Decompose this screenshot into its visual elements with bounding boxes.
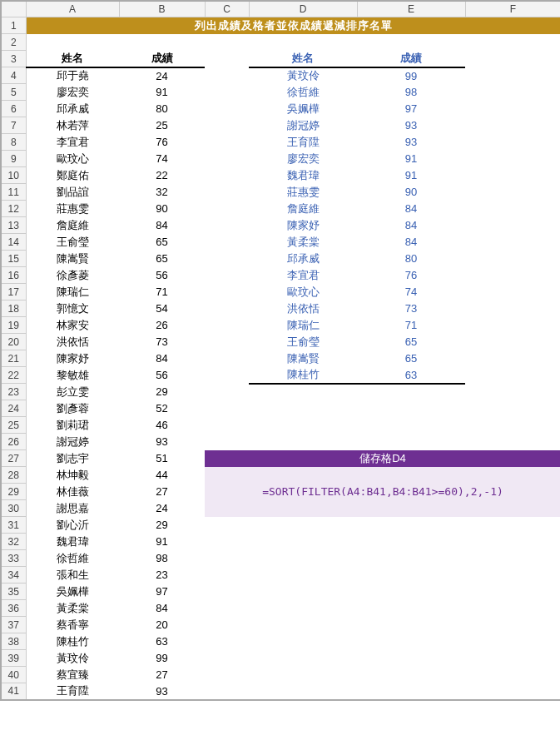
empty[interactable] (205, 267, 249, 284)
empty[interactable] (205, 334, 249, 350)
empty[interactable] (205, 633, 249, 650)
empty[interactable] (205, 350, 249, 367)
left-score[interactable]: 27 (119, 484, 205, 500)
empty[interactable] (249, 550, 357, 567)
row-header-40[interactable]: 40 (1, 667, 26, 683)
left-name[interactable]: 廖宏奕 (26, 84, 119, 101)
right-score[interactable]: 63 (357, 367, 465, 384)
empty[interactable] (205, 600, 249, 617)
row-header-38[interactable]: 38 (1, 633, 26, 650)
empty[interactable] (465, 633, 560, 650)
right-score[interactable]: 99 (357, 67, 465, 84)
right-score[interactable]: 65 (357, 334, 465, 350)
left-score[interactable]: 80 (119, 101, 205, 117)
empty[interactable] (465, 201, 560, 217)
empty[interactable] (249, 600, 357, 617)
right-score[interactable]: 93 (357, 134, 465, 151)
right-name[interactable]: 謝冠婷 (249, 117, 357, 134)
empty[interactable] (249, 34, 357, 51)
row-header-1[interactable]: 1 (1, 17, 26, 34)
left-score[interactable]: 73 (119, 334, 205, 350)
empty[interactable] (205, 367, 249, 384)
left-score[interactable]: 63 (119, 633, 205, 650)
col-header-B[interactable]: B (119, 1, 205, 17)
right-name[interactable]: 詹庭維 (249, 201, 357, 217)
empty[interactable] (205, 417, 249, 434)
empty[interactable] (465, 534, 560, 550)
empty[interactable] (465, 617, 560, 633)
right-name[interactable]: 黃玟伶 (249, 67, 357, 84)
empty[interactable] (205, 434, 249, 450)
empty[interactable] (357, 400, 465, 417)
empty[interactable] (249, 434, 357, 450)
left-name[interactable]: 徐哲維 (26, 550, 119, 567)
empty[interactable] (357, 650, 465, 667)
empty[interactable] (465, 434, 560, 450)
left-score[interactable]: 93 (119, 683, 205, 700)
empty[interactable] (465, 584, 560, 600)
empty[interactable] (465, 517, 560, 534)
row-header-25[interactable]: 25 (1, 417, 26, 434)
empty[interactable] (465, 51, 560, 67)
left-score[interactable]: 23 (119, 567, 205, 584)
right-name[interactable]: 陳桂竹 (249, 367, 357, 384)
left-name[interactable]: 黃柔棠 (26, 600, 119, 617)
left-name[interactable]: 黎敏雄 (26, 367, 119, 384)
empty[interactable] (465, 34, 560, 51)
row-header-36[interactable]: 36 (1, 600, 26, 617)
empty[interactable] (249, 617, 357, 633)
right-score[interactable]: 84 (357, 234, 465, 251)
empty[interactable] (465, 350, 560, 367)
right-name[interactable]: 陳瑞仁 (249, 317, 357, 334)
empty[interactable] (205, 134, 249, 151)
right-name[interactable]: 黃柔棠 (249, 234, 357, 251)
empty[interactable] (465, 117, 560, 134)
row-header-11[interactable]: 11 (1, 184, 26, 201)
row-header-39[interactable]: 39 (1, 650, 26, 667)
row-header-16[interactable]: 16 (1, 267, 26, 284)
row-header-7[interactable]: 7 (1, 117, 26, 134)
left-score[interactable]: 44 (119, 467, 205, 484)
empty[interactable] (465, 317, 560, 334)
empty[interactable] (465, 600, 560, 617)
left-name[interactable]: 陳家妤 (26, 350, 119, 367)
empty[interactable] (205, 517, 249, 534)
empty[interactable] (357, 584, 465, 600)
left-score[interactable]: 32 (119, 184, 205, 201)
left-score[interactable]: 20 (119, 617, 205, 633)
row-header-5[interactable]: 5 (1, 84, 26, 101)
row-header-4[interactable]: 4 (1, 67, 26, 84)
empty[interactable] (26, 34, 119, 51)
empty[interactable] (465, 334, 560, 350)
row-header-32[interactable]: 32 (1, 534, 26, 550)
right-name[interactable]: 王俞瑩 (249, 334, 357, 350)
row-header-24[interactable]: 24 (1, 400, 26, 417)
left-name[interactable]: 詹庭維 (26, 217, 119, 234)
left-name[interactable]: 邱于堯 (26, 67, 119, 84)
empty[interactable] (205, 217, 249, 234)
row-header-34[interactable]: 34 (1, 567, 26, 584)
left-name[interactable]: 王育陞 (26, 683, 119, 700)
left-score[interactable]: 24 (119, 67, 205, 84)
row-header-19[interactable]: 19 (1, 317, 26, 334)
left-score[interactable]: 65 (119, 251, 205, 267)
left-name[interactable]: 吳姵樺 (26, 584, 119, 600)
row-header-18[interactable]: 18 (1, 300, 26, 317)
empty[interactable] (205, 151, 249, 167)
right-score[interactable]: 65 (357, 350, 465, 367)
empty[interactable] (465, 550, 560, 567)
left-score[interactable]: 98 (119, 550, 205, 567)
right-name[interactable]: 陳嵩賢 (249, 350, 357, 367)
corner-cell[interactable] (1, 1, 26, 17)
left-name[interactable]: 劉志宇 (26, 450, 119, 467)
empty[interactable] (205, 84, 249, 101)
row-header-37[interactable]: 37 (1, 617, 26, 633)
empty[interactable] (465, 367, 560, 384)
empty[interactable] (205, 234, 249, 251)
left-score[interactable]: 99 (119, 650, 205, 667)
col-header-F[interactable]: F (465, 1, 560, 17)
left-name[interactable]: 徐彥菱 (26, 267, 119, 284)
right-name[interactable]: 魏君瑋 (249, 167, 357, 184)
row-header-30[interactable]: 30 (1, 500, 26, 517)
left-name[interactable]: 謝思嘉 (26, 500, 119, 517)
